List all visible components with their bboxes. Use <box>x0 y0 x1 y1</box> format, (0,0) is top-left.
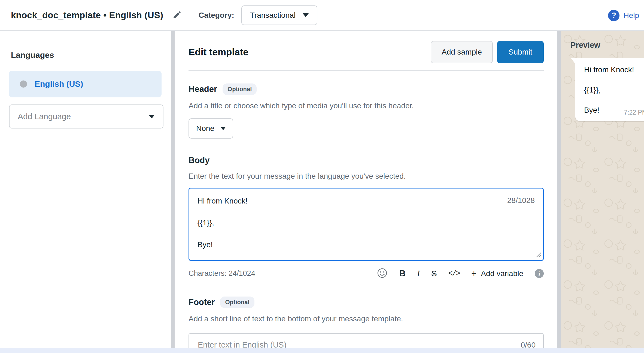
chevron-down-icon <box>149 115 155 118</box>
header-media-value: None <box>196 124 214 133</box>
section-divider <box>189 70 544 71</box>
header-section-title: Header <box>189 84 217 94</box>
header-optional-badge: Optional <box>223 83 257 95</box>
edit-title-button[interactable] <box>172 10 182 20</box>
content-scrollbar[interactable] <box>557 31 561 349</box>
add-language-placeholder: Add Language <box>18 112 71 121</box>
preview-panel: Preview Hi from Knock! {{1}}, Bye! 7:22 … <box>561 31 644 353</box>
body-section-title: Body <box>189 155 210 165</box>
preview-timestamp: 7:22 PM <box>624 109 644 116</box>
top-bar: knock_doc_template • English (US) Catego… <box>0 0 644 31</box>
body-character-counter: 28/1028 <box>507 196 535 205</box>
help-link[interactable]: ? Help <box>608 0 639 31</box>
code-button[interactable]: </> <box>448 270 460 278</box>
info-icon[interactable]: i <box>535 269 544 278</box>
body-textarea[interactable]: Hi from Knock! {{1}}, Bye! <box>189 189 543 260</box>
sidebar-item-english-us[interactable]: English (US) <box>9 71 162 97</box>
body-textarea-container: Hi from Knock! {{1}}, Bye! 28/1028 <box>189 188 544 261</box>
italic-button[interactable]: I <box>417 268 420 279</box>
help-icon: ? <box>608 10 619 21</box>
add-variable-button[interactable]: + Add variable <box>471 268 523 279</box>
bold-button[interactable]: B <box>399 268 406 279</box>
resize-handle-icon[interactable] <box>536 252 542 259</box>
body-section-description: Enter the text for your message in the l… <box>189 172 544 181</box>
formatting-toolbar: B I S </> + Add variable i <box>376 267 544 280</box>
pencil-icon <box>172 10 182 20</box>
bottom-strip <box>0 348 644 353</box>
add-language-select[interactable]: Add Language <box>9 104 163 128</box>
smiley-icon <box>376 267 388 280</box>
bubble-tail-icon <box>571 58 576 66</box>
page-title: knock_doc_template • English (US) <box>11 10 163 20</box>
header-media-select[interactable]: None <box>189 118 233 139</box>
add-sample-button[interactable]: Add sample <box>431 41 493 63</box>
category-select[interactable]: Transactional <box>241 5 317 25</box>
add-variable-label: Add variable <box>481 269 523 278</box>
characters-count-label: Characters: 24/1024 <box>189 269 255 278</box>
chevron-down-icon <box>220 127 226 130</box>
preview-heading: Preview <box>570 41 644 50</box>
preview-message-bubble: Hi from Knock! {{1}}, Bye! 7:22 PM <box>575 58 644 121</box>
chevron-down-icon <box>303 13 309 17</box>
footer-optional-badge: Optional <box>220 297 254 308</box>
footer-section-title: Footer <box>189 297 215 307</box>
strikethrough-button[interactable]: S <box>431 269 437 278</box>
edit-template-panel: Edit template Add sample Submit Header O… <box>175 31 557 353</box>
footer-section-description: Add a short line of text to the bottom o… <box>189 315 544 323</box>
preview-message-text: Hi from Knock! {{1}}, Bye! <box>584 65 644 115</box>
language-status-dot-icon <box>20 80 27 88</box>
plus-icon: + <box>471 268 476 279</box>
help-label: Help <box>623 11 639 20</box>
sidebar-scrollbar[interactable] <box>171 31 175 349</box>
edit-template-heading: Edit template <box>189 47 248 58</box>
languages-sidebar: Languages English (US) Add Language <box>0 31 171 353</box>
submit-button[interactable]: Submit <box>497 41 544 63</box>
header-section-description: Add a title or choose which type of medi… <box>189 101 544 110</box>
category-label: Category: <box>199 11 234 20</box>
emoji-button[interactable] <box>376 267 388 280</box>
template-editor-page: knock_doc_template • English (US) Catego… <box>0 0 644 353</box>
category-value: Transactional <box>250 11 296 20</box>
languages-heading: Languages <box>11 50 171 60</box>
language-item-label: English (US) <box>35 79 83 89</box>
